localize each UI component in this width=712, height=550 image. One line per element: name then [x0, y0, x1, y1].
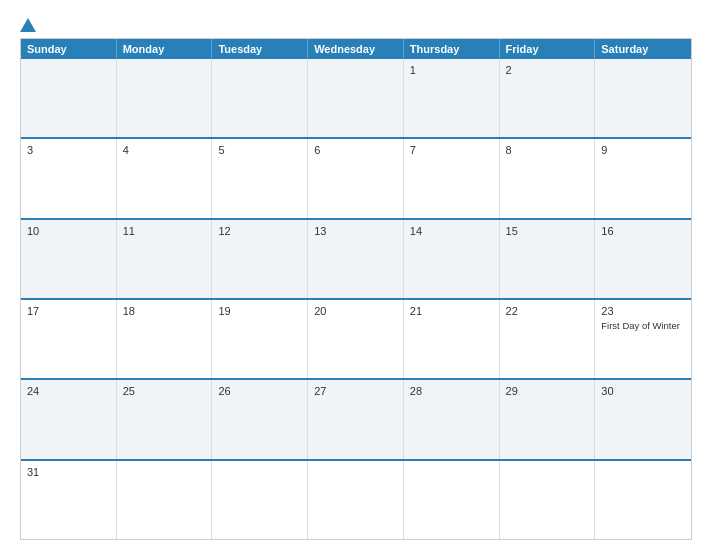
cal-cell-1: 1 [404, 59, 500, 137]
cal-cell-5: 5 [212, 139, 308, 217]
cal-cell-empty [595, 59, 691, 137]
cal-cell-empty [212, 59, 308, 137]
day-header-friday: Friday [500, 39, 596, 59]
cal-cell-4: 4 [117, 139, 213, 217]
cal-cell-21: 21 [404, 300, 500, 378]
day-number: 1 [410, 64, 493, 77]
header [20, 18, 692, 32]
day-number: 30 [601, 385, 685, 398]
cal-cell-empty [117, 461, 213, 539]
day-number: 25 [123, 385, 206, 398]
day-number: 17 [27, 305, 110, 318]
day-number: 23 [601, 305, 685, 318]
cal-cell-10: 10 [21, 220, 117, 298]
day-header-tuesday: Tuesday [212, 39, 308, 59]
cal-cell-empty [404, 461, 500, 539]
cal-cell-3: 3 [21, 139, 117, 217]
cal-cell-empty [212, 461, 308, 539]
cal-cell-7: 7 [404, 139, 500, 217]
cal-cell-empty [117, 59, 213, 137]
day-number: 5 [218, 144, 301, 157]
cal-cell-25: 25 [117, 380, 213, 458]
cal-cell-31: 31 [21, 461, 117, 539]
day-number: 16 [601, 225, 685, 238]
day-event: First Day of Winter [601, 320, 685, 332]
day-header-sunday: Sunday [21, 39, 117, 59]
cal-cell-8: 8 [500, 139, 596, 217]
cal-cell-empty [308, 461, 404, 539]
logo [20, 18, 39, 32]
week-row-3: 17181920212223First Day of Winter [21, 298, 691, 378]
day-number: 10 [27, 225, 110, 238]
logo-triangle-icon [20, 18, 36, 32]
day-number: 19 [218, 305, 301, 318]
day-number: 15 [506, 225, 589, 238]
cal-cell-22: 22 [500, 300, 596, 378]
cal-cell-14: 14 [404, 220, 500, 298]
day-header-saturday: Saturday [595, 39, 691, 59]
day-number: 7 [410, 144, 493, 157]
day-header-thursday: Thursday [404, 39, 500, 59]
day-number: 20 [314, 305, 397, 318]
day-number: 2 [506, 64, 589, 77]
cal-cell-empty [21, 59, 117, 137]
day-number: 8 [506, 144, 589, 157]
day-number: 28 [410, 385, 493, 398]
cal-cell-27: 27 [308, 380, 404, 458]
week-row-4: 24252627282930 [21, 378, 691, 458]
cal-cell-12: 12 [212, 220, 308, 298]
cal-cell-15: 15 [500, 220, 596, 298]
cal-cell-24: 24 [21, 380, 117, 458]
calendar-grid: SundayMondayTuesdayWednesdayThursdayFrid… [20, 38, 692, 540]
day-number: 4 [123, 144, 206, 157]
cal-cell-18: 18 [117, 300, 213, 378]
cal-cell-19: 19 [212, 300, 308, 378]
cal-cell-empty [308, 59, 404, 137]
day-number: 22 [506, 305, 589, 318]
week-row-5: 31 [21, 459, 691, 539]
cal-cell-empty [500, 461, 596, 539]
cal-cell-16: 16 [595, 220, 691, 298]
day-header-monday: Monday [117, 39, 213, 59]
cal-cell-23: 23First Day of Winter [595, 300, 691, 378]
day-number: 11 [123, 225, 206, 238]
week-row-0: 12 [21, 59, 691, 137]
cal-cell-28: 28 [404, 380, 500, 458]
week-row-2: 10111213141516 [21, 218, 691, 298]
cal-cell-30: 30 [595, 380, 691, 458]
days-of-week-row: SundayMondayTuesdayWednesdayThursdayFrid… [21, 39, 691, 59]
day-number: 13 [314, 225, 397, 238]
cal-cell-20: 20 [308, 300, 404, 378]
logo-blue-row [20, 18, 39, 32]
day-number: 24 [27, 385, 110, 398]
cal-cell-26: 26 [212, 380, 308, 458]
cal-cell-2: 2 [500, 59, 596, 137]
cal-cell-13: 13 [308, 220, 404, 298]
day-number: 3 [27, 144, 110, 157]
cal-cell-11: 11 [117, 220, 213, 298]
cal-cell-29: 29 [500, 380, 596, 458]
calendar-page: SundayMondayTuesdayWednesdayThursdayFrid… [0, 0, 712, 550]
day-number: 9 [601, 144, 685, 157]
cal-cell-empty [595, 461, 691, 539]
day-number: 27 [314, 385, 397, 398]
day-number: 29 [506, 385, 589, 398]
day-number: 12 [218, 225, 301, 238]
day-header-wednesday: Wednesday [308, 39, 404, 59]
day-number: 31 [27, 466, 110, 479]
cal-cell-17: 17 [21, 300, 117, 378]
cal-cell-6: 6 [308, 139, 404, 217]
day-number: 21 [410, 305, 493, 318]
day-number: 14 [410, 225, 493, 238]
day-number: 26 [218, 385, 301, 398]
day-number: 18 [123, 305, 206, 318]
calendar-body: 1234567891011121314151617181920212223Fir… [21, 59, 691, 539]
day-number: 6 [314, 144, 397, 157]
cal-cell-9: 9 [595, 139, 691, 217]
week-row-1: 3456789 [21, 137, 691, 217]
